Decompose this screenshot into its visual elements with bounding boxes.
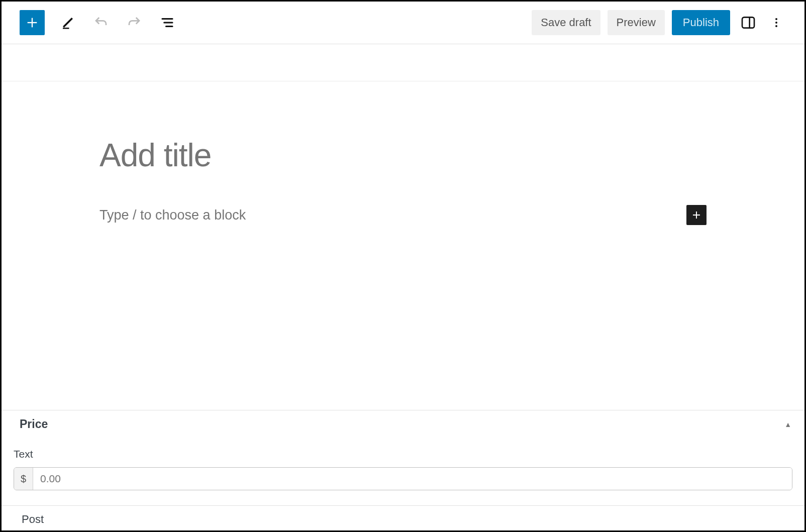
top-spacer <box>2 44 804 81</box>
plus-icon <box>25 16 39 30</box>
post-tab[interactable]: Post <box>2 505 804 532</box>
undo-button[interactable] <box>91 13 111 33</box>
toolbar-left-group <box>20 10 177 35</box>
price-input-group: $ <box>14 467 792 490</box>
sidebar-icon <box>740 15 756 31</box>
editor-toolbar: Save draft Preview Publish <box>2 2 804 44</box>
price-input[interactable] <box>33 468 792 490</box>
price-field-label: Text <box>14 448 792 460</box>
editor-canvas: Add title Type / to choose a block <box>2 81 804 225</box>
caret-up-icon: ▲ <box>784 420 791 429</box>
redo-icon <box>127 15 142 30</box>
metabox-body: Text $ <box>2 441 804 499</box>
svg-rect-2 <box>63 28 69 29</box>
svg-rect-6 <box>742 17 754 28</box>
list-view-icon <box>160 15 175 30</box>
add-block-button[interactable] <box>686 205 707 225</box>
editor-content: Add title Type / to choose a block <box>2 137 804 225</box>
currency-prefix: $ <box>14 468 33 490</box>
toolbar-right-group: Save draft Preview Publish <box>532 10 786 35</box>
plus-icon <box>690 209 702 221</box>
redo-button[interactable] <box>124 13 144 33</box>
svg-point-9 <box>775 22 777 24</box>
metabox-panel: Price ▲ Text $ Post <box>2 410 804 532</box>
tools-button[interactable] <box>58 13 78 33</box>
preview-button[interactable]: Preview <box>608 10 665 35</box>
more-vertical-icon <box>770 17 782 29</box>
undo-icon <box>93 15 109 30</box>
edit-icon <box>60 15 75 30</box>
block-placeholder-text[interactable]: Type / to choose a block <box>99 207 246 223</box>
toggle-block-inserter-button[interactable] <box>20 10 45 35</box>
metabox-toggle[interactable]: Price ▲ <box>2 410 804 441</box>
options-button[interactable] <box>766 13 786 33</box>
settings-sidebar-button[interactable] <box>737 12 759 34</box>
metabox-title: Price <box>20 417 48 431</box>
save-draft-button[interactable]: Save draft <box>532 10 600 35</box>
svg-point-10 <box>775 25 777 27</box>
document-overview-button[interactable] <box>157 13 177 33</box>
post-title-input[interactable]: Add title <box>99 137 707 174</box>
default-block-appender: Type / to choose a block <box>99 205 707 225</box>
publish-button[interactable]: Publish <box>672 10 730 35</box>
svg-point-8 <box>775 18 777 20</box>
